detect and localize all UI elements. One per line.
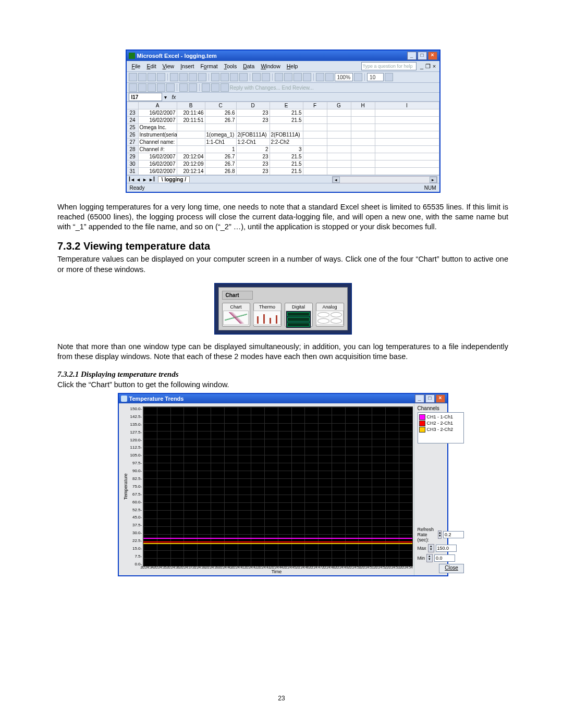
min-label: Min [418, 556, 425, 561]
paragraph-logging-limit: When logging temperatures for a very lon… [57, 202, 508, 232]
trends-app-icon [121, 396, 127, 402]
help-question-box[interactable]: Type a question for help [361, 62, 417, 70]
paragraph-click-chart: Click the “Chart” button to get the foll… [57, 380, 508, 390]
open-icon[interactable] [138, 73, 146, 81]
trends-title: Temperature Trends [129, 396, 184, 402]
permission-icon[interactable] [157, 73, 165, 81]
rev-icon-1[interactable] [129, 83, 137, 92]
excel-grid[interactable]: ABCDEFGHI2316/02/200720:11:4626.62321.52… [127, 102, 439, 175]
chart-button-chart[interactable]: Chart [222, 303, 250, 327]
drawing-icon[interactable] [325, 73, 334, 81]
scroll-left-icon[interactable]: ◂ [333, 177, 340, 183]
rev-icon-5[interactable] [166, 83, 175, 92]
paragraph-chart-intro: Temperature values can be displayed on y… [57, 254, 508, 274]
channels-header: Channels [418, 405, 464, 411]
minimize-button[interactable]: _ [407, 52, 417, 60]
rev-icon-6[interactable] [179, 83, 188, 92]
refresh-rate-spinner[interactable]: ▴▾ [438, 530, 442, 539]
min-spinner[interactable]: ▴▾ [426, 554, 433, 562]
max-spinner[interactable]: ▴▾ [428, 544, 434, 552]
undo-icon[interactable] [252, 73, 261, 81]
trends-side-panel: Channels CH1 - 1-Ch1CH2 - 2-Ch1CH3 - 2-C… [414, 403, 468, 575]
menu-view[interactable]: View [160, 63, 178, 69]
sheet-tab-logging[interactable]: \ logging / [158, 176, 190, 182]
y-axis-ticks: 150.0-142.5-135.0-127.5-120.0-112.5-105.… [129, 406, 143, 566]
namebox-dropdown-icon[interactable]: ▾ [164, 94, 167, 100]
sort-desc-icon[interactable] [303, 73, 311, 81]
status-num: NUM [424, 185, 436, 191]
trends-maximize-button[interactable]: □ [425, 394, 435, 403]
maximize-button[interactable]: □ [418, 52, 427, 60]
more-icon[interactable] [385, 73, 393, 81]
trends-plot[interactable] [143, 406, 412, 566]
excel-menubar: File Edit View Insert Format Tools Data … [127, 61, 439, 72]
menu-tools[interactable]: Tools [221, 63, 240, 69]
scroll-right-icon[interactable]: ▸ [430, 177, 437, 183]
refresh-rate-input[interactable] [443, 531, 464, 538]
rev-icon-7[interactable] [189, 83, 197, 92]
x-axis-label: Time [141, 569, 413, 574]
menu-data[interactable]: Data [240, 63, 258, 69]
excel-standard-toolbar: 100% 10 [127, 72, 439, 83]
name-box[interactable]: I17 [129, 93, 162, 101]
doc-minimize-button[interactable]: _ [419, 64, 425, 69]
font-size-box[interactable]: 10 [367, 73, 384, 81]
rev-icon-3[interactable] [148, 83, 156, 92]
trends-close-panel-button[interactable]: Close [439, 564, 464, 573]
doc-restore-button[interactable]: ❐ [425, 64, 431, 69]
chart-button-thermo[interactable]: Thermo [253, 303, 282, 327]
menu-window[interactable]: Window [258, 63, 283, 69]
channels-legend[interactable]: CH1 - 1-Ch1CH2 - 2-Ch1CH3 - 2-Ch2 [418, 412, 464, 443]
menu-format[interactable]: Format [197, 63, 221, 69]
chart-button-analog[interactable]: Analog [316, 303, 344, 327]
horizontal-scrollbar[interactable]: ◂ ▸ [332, 176, 437, 183]
excel-reviewing-toolbar: Reply with Changes... End Review... [127, 83, 439, 93]
chart-group-label: Chart [222, 291, 253, 300]
rev-icon-8[interactable] [202, 83, 210, 92]
rev-icon-4[interactable] [157, 83, 165, 92]
menu-help[interactable]: Help [284, 63, 301, 69]
print-icon[interactable] [170, 73, 178, 81]
copy-icon[interactable] [221, 73, 229, 81]
fx-label[interactable]: fx [172, 94, 176, 100]
rev-text: Reply with Changes... End Review... [230, 85, 314, 91]
format-painter-icon[interactable] [239, 73, 248, 81]
trends-chart-area: Temperature 150.0-142.5-135.0-127.5-120.… [119, 403, 414, 575]
page-number: 23 [0, 695, 563, 702]
temperature-trends-window: Temperature Trends _ □ × Temperature 150… [118, 393, 448, 576]
autosum-icon[interactable] [284, 73, 292, 81]
trends-minimize-button[interactable]: _ [415, 394, 424, 403]
max-label: Max [418, 546, 426, 551]
save-icon[interactable] [148, 73, 156, 81]
cut-icon[interactable] [211, 73, 219, 81]
doc-close-button[interactable]: × [432, 64, 437, 69]
help-icon[interactable] [354, 73, 362, 81]
chart-wizard-icon[interactable] [316, 73, 324, 81]
excel-titlebar: Microsoft Excel - logging.tem _ □ × [127, 51, 439, 61]
research-icon[interactable] [198, 73, 206, 81]
menu-edit[interactable]: Edit [143, 63, 159, 69]
redo-icon[interactable] [262, 73, 270, 81]
close-button[interactable]: × [428, 52, 437, 60]
menu-insert[interactable]: Insert [177, 63, 197, 69]
excel-formula-bar: I17 ▾ fx [127, 93, 439, 102]
chart-button-digital[interactable]: Digital [285, 303, 313, 327]
zoom-box[interactable]: 100% [335, 73, 353, 81]
new-icon[interactable] [129, 73, 137, 81]
hyperlink-icon[interactable] [275, 73, 283, 81]
rev-icon-10[interactable] [221, 83, 229, 92]
excel-statusbar: Ready NUM [127, 183, 439, 192]
paragraph-multiwindow: Note that more than one window type can … [57, 342, 508, 362]
sort-asc-icon[interactable] [293, 73, 302, 81]
y-axis-label: Temperature [123, 406, 128, 566]
sheet-nav-buttons[interactable]: ꟾ◂ ◂ ▸ ▸ꟾ [129, 177, 156, 182]
paste-icon[interactable] [230, 73, 238, 81]
rev-icon-2[interactable] [138, 83, 146, 92]
menu-file[interactable]: File [129, 63, 144, 69]
preview-icon[interactable] [179, 73, 188, 81]
max-input[interactable] [436, 545, 457, 552]
min-input[interactable] [434, 554, 455, 562]
rev-icon-9[interactable] [211, 83, 219, 92]
trends-close-button[interactable]: × [436, 394, 445, 403]
spelling-icon[interactable] [189, 73, 197, 81]
